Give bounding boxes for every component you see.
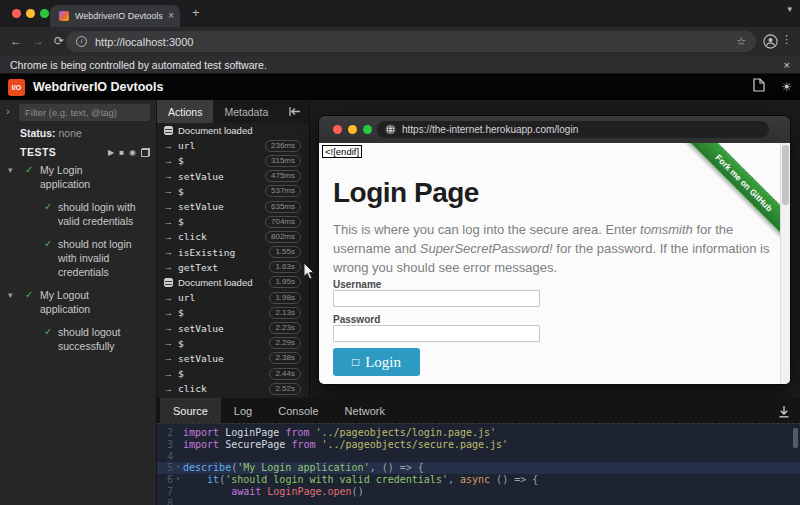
tree-suite-row[interactable]: ▾✓My Login application — [0, 163, 157, 191]
source-code-viewer[interactable]: 2import LoginPage from '../pageobjects/l… — [157, 423, 800, 505]
action-item[interactable]: →setValue2.23s — [157, 320, 309, 335]
reload-button[interactable]: ⟳ — [54, 34, 64, 48]
fold-caret-icon — [173, 439, 183, 451]
browser-tab-strip: WebdriverIO Devtools × + ▾ — [0, 0, 800, 27]
password-field[interactable] — [333, 325, 540, 342]
action-item[interactable]: →$315ms — [157, 153, 309, 168]
action-item[interactable]: →isExisting1.55s — [157, 245, 309, 260]
watch-tests-eye-icon[interactable]: ◉ — [129, 148, 136, 157]
copy-icon[interactable] — [141, 148, 150, 157]
suite-caret-icon[interactable]: ▾ — [8, 288, 13, 302]
filter-input[interactable] — [19, 104, 150, 121]
action-item[interactable]: →setValue635ms — [157, 199, 309, 214]
globe-icon — [385, 121, 396, 139]
line-number: 5 — [157, 462, 173, 474]
action-item[interactable]: →getText1.63s — [157, 260, 309, 275]
status-value: none — [59, 127, 82, 139]
browser-toolbar: ← → ⟳ i http://localhost:3000 ☆ ⋮ — [0, 27, 800, 56]
arrow-right-icon: → — [164, 369, 176, 379]
action-item[interactable]: →$2.29s — [157, 336, 309, 351]
traffic-light-minimize-icon[interactable] — [26, 9, 35, 18]
action-item[interactable]: Document loaded1.95s — [157, 275, 309, 290]
action-duration-badge: 2.23s — [269, 322, 301, 334]
login-button-square-icon: □ — [352, 356, 359, 368]
code-token: describe — [183, 462, 231, 473]
arrow-right-icon: → — [164, 156, 176, 166]
tree-test-row[interactable]: ✓should login with valid credentials — [0, 200, 157, 228]
site-info-icon[interactable]: i — [76, 36, 87, 47]
action-label: setValue — [178, 353, 224, 364]
suite-caret-icon[interactable]: ▾ — [8, 163, 13, 177]
report-file-icon[interactable] — [753, 78, 765, 96]
action-label: url — [178, 292, 195, 303]
fold-caret-icon[interactable]: ▾ — [173, 462, 183, 474]
traffic-light-close-icon[interactable] — [12, 9, 21, 18]
tab-actions[interactable]: Actions — [157, 100, 213, 123]
url-text[interactable]: http://localhost:3000 — [95, 36, 736, 48]
action-item[interactable]: →$537ms — [157, 184, 309, 199]
tab-close-icon[interactable]: × — [168, 11, 174, 21]
bookmark-star-icon[interactable]: ☆ — [736, 35, 746, 48]
tree-test-row[interactable]: ✓should logout successfully — [0, 325, 157, 353]
tab-log[interactable]: Log — [221, 398, 265, 423]
action-item[interactable]: →$2.13s — [157, 305, 309, 320]
mini-browser-window: https://the-internet.herokuapp.com/login… — [318, 115, 791, 385]
code-token: import — [183, 427, 225, 438]
forward-button[interactable]: → — [32, 34, 44, 48]
mini-browser-url: https://the-internet.herokuapp.com/login — [402, 124, 578, 135]
tab-network[interactable]: Network — [332, 398, 398, 423]
browser-tab[interactable]: WebdriverIO Devtools × — [50, 5, 180, 27]
tree-suite-row[interactable]: ▾✓My Logout application — [0, 288, 157, 316]
address-bar[interactable]: i http://localhost:3000 ☆ — [66, 31, 756, 52]
code-token: import — [183, 439, 225, 450]
action-item[interactable]: Document loaded — [157, 123, 309, 138]
tab-source[interactable]: Source — [160, 398, 221, 423]
code-text: import SecurePage from '../pageobjects/s… — [183, 439, 800, 451]
collapse-panel-icon[interactable] — [288, 103, 301, 121]
code-token: LoginPage — [267, 486, 321, 497]
stop-tests-icon[interactable]: ■ — [119, 148, 124, 157]
traffic-light-zoom-icon[interactable] — [40, 9, 49, 18]
banner-close-icon[interactable]: × — [784, 59, 790, 71]
action-item[interactable]: →setValue475ms — [157, 169, 309, 184]
tree-test-row[interactable]: ✓should not login with invalid credentia… — [0, 237, 157, 279]
browser-menu-icon[interactable]: ⋮ — [781, 33, 792, 46]
suite-label: My Logout application — [40, 288, 126, 316]
run-tests-play-icon[interactable]: ▶ — [108, 148, 114, 157]
page-scrollbar[interactable] — [780, 143, 790, 384]
fold-caret-icon — [173, 427, 183, 439]
action-item[interactable]: →$2.44s — [157, 366, 309, 381]
check-icon: ✓ — [44, 325, 52, 339]
action-item[interactable]: →click2.52s — [157, 381, 309, 396]
action-item[interactable]: →setValue2.38s — [157, 351, 309, 366]
action-item[interactable]: →click802ms — [157, 229, 309, 244]
theme-toggle-sun-icon[interactable]: ☀ — [781, 80, 792, 94]
login-button[interactable]: □ Login — [333, 348, 420, 376]
code-token: await — [231, 486, 267, 497]
screen: WebdriverIO Devtools × + ▾ ← → ⟳ i http:… — [0, 0, 800, 505]
fold-caret-icon[interactable]: ▾ — [173, 474, 183, 486]
mini-traffic-minimize-icon — [348, 125, 357, 134]
line-number: 6 — [157, 474, 173, 486]
action-item[interactable]: →url236ms — [157, 138, 309, 153]
arrow-right-icon: → — [164, 262, 176, 272]
code-text — [183, 498, 800, 505]
download-icon[interactable] — [778, 404, 790, 422]
profile-icon[interactable] — [763, 34, 778, 53]
new-tab-button[interactable]: + — [192, 5, 200, 20]
arrow-right-icon: → — [164, 202, 176, 212]
login-description: This is where you can log into the secur… — [333, 221, 771, 278]
page-scrollbar-thumb[interactable] — [782, 145, 789, 205]
arrow-right-icon: → — [164, 247, 176, 257]
tab-console[interactable]: Console — [265, 398, 331, 423]
code-scrollbar-thumb[interactable] — [793, 428, 798, 448]
username-field[interactable] — [333, 290, 540, 307]
actions-list: Document loaded→url236ms→$315ms→setValue… — [157, 123, 309, 398]
tab-search-chevron-icon[interactable]: ▾ — [787, 4, 792, 14]
tab-metadata[interactable]: Metadata — [213, 100, 279, 123]
sidebar-expand-icon[interactable]: › — [6, 105, 10, 117]
code-token: , () => { — [370, 462, 424, 473]
action-item[interactable]: →$704ms — [157, 214, 309, 229]
back-button[interactable]: ← — [10, 34, 22, 48]
action-item[interactable]: →url1.98s — [157, 290, 309, 305]
